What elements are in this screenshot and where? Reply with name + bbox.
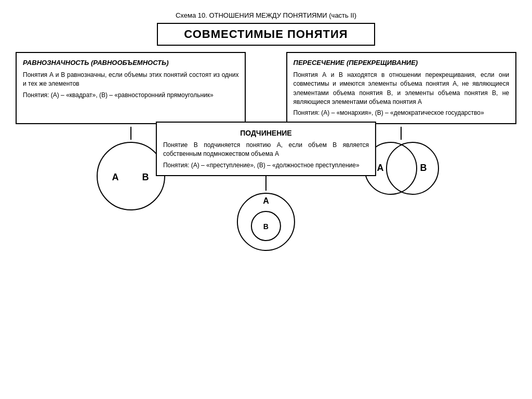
- box-equivalence-title: РАВНОЗНАЧНОСТЬ (РАВНООБЪЕМНОСТЬ): [23, 58, 238, 68]
- box-intersection-text1: Понятия А и В находятся в отношении пере…: [294, 71, 509, 107]
- box-equivalence-text1: Понятия А и В равнозначны, если объемы э…: [23, 71, 238, 89]
- svg-text:B: B: [142, 172, 149, 182]
- svg-text:A: A: [263, 196, 269, 205]
- schema-title: Схема 10. ОТНОШЕНИЯ МЕЖДУ ПОНЯТИЯМИ (час…: [176, 11, 356, 19]
- box-subordination-title: ПОДЧИНЕНИЕ: [163, 128, 369, 138]
- page: Схема 10. ОТНОШЕНИЯ МЕЖДУ ПОНЯТИЯМИ (час…: [0, 0, 532, 399]
- box-subordination: ПОДЧИНЕНИЕ Понятие В подчиняется понятию…: [156, 122, 376, 176]
- main-title: СОВМЕСТИМЫЕ ПОНЯТИЯ: [184, 28, 348, 41]
- box-subordination-text2: Понятия: (А) – «преступление», (В) – «до…: [163, 161, 369, 170]
- svg-text:B: B: [420, 163, 427, 173]
- box-intersection-title: ПЕРЕСЕЧЕНИЕ (ПЕРЕКРЕЩИВАНИЕ): [294, 58, 509, 68]
- svg-text:B: B: [263, 222, 269, 231]
- center-connector-line: [265, 176, 267, 191]
- svg-point-8: [387, 142, 438, 194]
- svg-point-0: [97, 142, 165, 210]
- svg-text:A: A: [377, 163, 384, 173]
- center-column: ПОДЧИНЕНИЕ Понятие В подчиняется понятию…: [156, 122, 376, 255]
- right-connector-line: [401, 127, 402, 140]
- venn-subset-diagram: A B: [235, 191, 297, 255]
- box-subordination-text1: Понятие В подчиняется понятию А, если об…: [163, 141, 369, 159]
- box-intersection-text2: Понятия: (А) – «монархия», (В) – «демокр…: [294, 109, 509, 117]
- main-title-box: СОВМЕСТИМЫЕ ПОНЯТИЯ: [157, 23, 375, 46]
- svg-text:A: A: [112, 172, 118, 182]
- box-equivalence: РАВНОЗНАЧНОСТЬ (РАВНООБЪЕМНОСТЬ) Понятия…: [16, 52, 246, 124]
- box-intersection: ПЕРЕСЕЧЕНИЕ (ПЕРЕКРЕЩИВАНИЕ) Понятия А и…: [286, 52, 516, 124]
- box-equivalence-text2: Понятия: (А) – «квадрат», (В) – «равност…: [23, 91, 238, 100]
- left-connector-line: [130, 127, 131, 140]
